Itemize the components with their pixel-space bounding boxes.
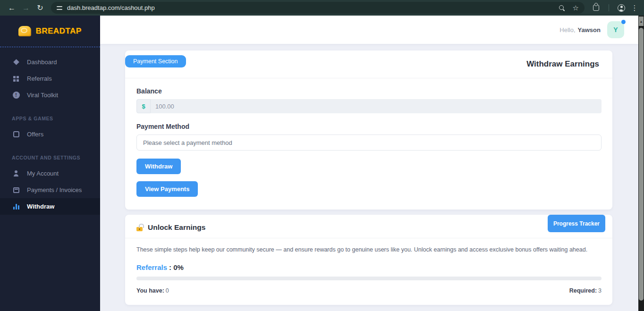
withdraw-icon bbox=[12, 204, 20, 210]
withdraw-button[interactable]: Withdraw bbox=[136, 159, 181, 174]
progress-tracker-button[interactable]: Progress Tracker bbox=[548, 215, 605, 232]
sidebar-item-referrals[interactable]: Referrals bbox=[0, 70, 100, 87]
sidebar-item-label: Dashboard bbox=[27, 59, 57, 66]
progress-footer: You have:0 Required:3 bbox=[136, 287, 602, 294]
main-area: Hello, Yawson Y Payment Section Withdraw… bbox=[100, 16, 638, 311]
sidebar-item-payments-invoices[interactable]: Payments / Invoices bbox=[0, 182, 100, 198]
sidebar-item-label: Payments / Invoices bbox=[27, 186, 82, 193]
sidebar-item-label: Offers bbox=[27, 131, 43, 138]
referrals-progress-label: Referrals: 0% bbox=[136, 263, 602, 271]
avatar-initial: Y bbox=[613, 26, 618, 34]
browser-toolbar: ← → ↻ dash.breadtap.com/cashout.php ☆ ⋮ bbox=[0, 0, 644, 16]
referrals-label: Referrals bbox=[136, 263, 167, 271]
referrals-progress-bar bbox=[136, 277, 602, 280]
scrollbar[interactable]: ▲ bbox=[638, 16, 644, 311]
sidebar-item-label: Referrals bbox=[27, 75, 52, 82]
payment-section-badge: Payment Section bbox=[125, 55, 186, 67]
sidebar: BreadTap Dashboard Referrals ! Viral Too… bbox=[0, 16, 100, 311]
view-payments-button[interactable]: View Payments bbox=[136, 181, 198, 197]
unlock-padlock-icon bbox=[136, 227, 143, 231]
required-text: Required:3 bbox=[569, 287, 602, 294]
payment-card-body: Balance $ Payment Method Please select a… bbox=[125, 78, 612, 210]
greeting-text: Hello, bbox=[559, 26, 575, 34]
avatar[interactable]: Y bbox=[607, 21, 624, 38]
address-bar[interactable]: dash.breadtap.com/cashout.php ☆ bbox=[51, 2, 585, 14]
sidebar-item-label: Withdraw bbox=[27, 203, 54, 210]
brand-name: BreadTap bbox=[35, 26, 81, 36]
notification-dot bbox=[621, 20, 626, 24]
referrals-percent: : 0% bbox=[169, 263, 184, 271]
payments-invoices-icon bbox=[12, 187, 20, 193]
bread-logo-icon bbox=[18, 26, 31, 36]
balance-input-group: $ bbox=[136, 99, 602, 113]
viral-toolkit-icon: ! bbox=[12, 92, 20, 99]
unlock-card-body: These simple steps help keep our communi… bbox=[125, 238, 612, 305]
sidebar-item-my-account[interactable]: My Account bbox=[0, 165, 100, 182]
you-have-text: You have:0 bbox=[136, 287, 169, 294]
referrals-icon bbox=[12, 76, 20, 82]
balance-input[interactable] bbox=[151, 99, 602, 113]
unlock-card-header: Unlock Earnings bbox=[125, 215, 612, 238]
page-title: Withdraw Earnings bbox=[526, 59, 599, 69]
forward-icon[interactable]: → bbox=[19, 1, 33, 15]
scrollbar-up-arrow[interactable]: ▲ bbox=[639, 17, 644, 26]
unlock-earnings-card: Progress Tracker Unlock Earnings These s… bbox=[125, 215, 612, 305]
url-text[interactable]: dash.breadtap.com/cashout.php bbox=[67, 4, 559, 11]
reload-icon[interactable]: ↻ bbox=[33, 1, 47, 15]
browser-profile-icon[interactable] bbox=[618, 4, 625, 12]
username-text: Yawson bbox=[578, 26, 601, 34]
payment-method-select[interactable]: Please select a payment method bbox=[136, 134, 602, 151]
payment-card: Payment Section Withdraw Earnings Balanc… bbox=[125, 50, 612, 210]
sidebar-item-offers[interactable]: Offers bbox=[0, 126, 100, 143]
offers-icon bbox=[12, 131, 20, 137]
dashboard-icon bbox=[12, 60, 20, 64]
sidebar-item-withdraw[interactable]: Withdraw bbox=[0, 198, 100, 215]
sidebar-item-dashboard[interactable]: Dashboard bbox=[0, 54, 100, 70]
topbar: Hello, Yawson Y bbox=[100, 16, 638, 44]
brand[interactable]: BreadTap bbox=[0, 16, 100, 47]
page-content: Payment Section Withdraw Earnings Balanc… bbox=[100, 44, 638, 305]
sidebar-item-label: Viral Toolkit bbox=[27, 92, 58, 99]
scrollbar-thumb[interactable] bbox=[639, 28, 644, 301]
extensions-icon[interactable] bbox=[593, 5, 599, 11]
payment-method-label: Payment Method bbox=[136, 123, 602, 130]
my-account-icon bbox=[12, 170, 20, 177]
browser-menu-icon[interactable]: ⋮ bbox=[630, 4, 639, 12]
sidebar-section-account-settings: ACCOUNT AND SETTINGS bbox=[0, 155, 100, 160]
sidebar-nav: Dashboard Referrals ! Viral Toolkit APPS… bbox=[0, 47, 100, 215]
sidebar-item-viral-toolkit[interactable]: ! Viral Toolkit bbox=[0, 87, 100, 103]
sidebar-item-label: My Account bbox=[27, 170, 59, 177]
bookmark-star-icon[interactable]: ☆ bbox=[573, 4, 579, 11]
currency-symbol: $ bbox=[136, 99, 151, 113]
toolbar-divider bbox=[609, 4, 609, 11]
unlock-description: These simple steps help keep our communi… bbox=[136, 246, 602, 253]
unlock-earnings-title: Unlock Earnings bbox=[148, 223, 205, 232]
sidebar-section-apps-games: APPS & GAMES bbox=[0, 116, 100, 121]
zoom-icon[interactable] bbox=[559, 5, 565, 11]
site-settings-icon[interactable] bbox=[57, 6, 62, 10]
payment-card-header: Withdraw Earnings bbox=[125, 50, 612, 78]
balance-label: Balance bbox=[136, 87, 602, 95]
back-icon[interactable]: ← bbox=[5, 1, 19, 15]
